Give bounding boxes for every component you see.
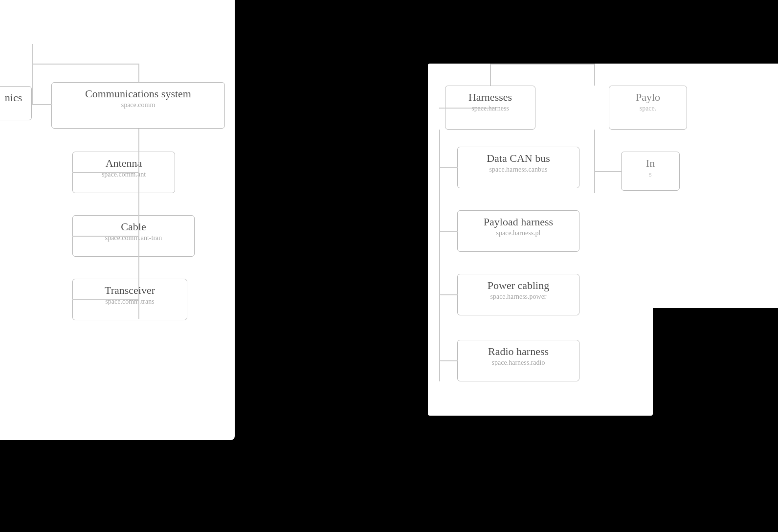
data-can-bus-sublabel: space.harness.canbus	[466, 166, 571, 174]
comm-vertical-connector	[138, 129, 139, 319]
radio-harness-label: Radio harness	[466, 345, 571, 358]
cable-label: Cable	[81, 221, 186, 233]
parent-to-comm-connector	[138, 64, 139, 82]
power-cabling-label: Power cabling	[466, 279, 571, 292]
to-cable-connector	[72, 236, 139, 237]
to-antenna-connector	[72, 172, 139, 173]
comm-system-label: Communications system	[60, 88, 217, 100]
to-transceiver-connector	[72, 299, 139, 300]
radio-harness-sublabel: space.harness.radio	[466, 359, 571, 367]
harnesses-label: Harnesses	[453, 91, 527, 104]
to-power-cabling-connector	[439, 294, 458, 295]
nics-to-comm-connector	[32, 104, 52, 105]
to-radio-harness-connector	[439, 360, 458, 361]
payload-harness-label: Payload harness	[466, 216, 571, 228]
top-horizontal-connector	[32, 64, 139, 65]
far-right-top-vertical	[594, 64, 595, 86]
to-canbus-connector	[439, 167, 458, 168]
in-label: In	[629, 157, 671, 170]
parent-to-harnesses-connector	[490, 64, 491, 86]
top-left-vertical-connector	[32, 44, 33, 104]
payload-harness-node: Payload harness space.harness.pl	[457, 210, 579, 252]
nics-label: nics	[3, 91, 23, 104]
transceiver-label: Transceiver	[81, 284, 179, 297]
far-right-trunk	[594, 130, 595, 193]
data-can-bus-node: Data CAN bus space.harness.canbus	[457, 147, 579, 188]
in-sublabel: s	[629, 171, 671, 178]
harnesses-h-connector	[439, 108, 495, 109]
payload-label: Paylo	[617, 91, 679, 104]
data-can-bus-label: Data CAN bus	[466, 152, 571, 165]
top-right-horizontal-connector	[490, 64, 595, 65]
nics-node: nics	[0, 86, 32, 120]
harnesses-sublabel: space.harness	[453, 105, 527, 112]
payload-node-partial: Paylo space.	[609, 86, 687, 130]
in-node-partial: In s	[621, 152, 680, 191]
radio-harness-node: Radio harness space.harness.radio	[457, 340, 579, 381]
payload-sublabel: space.	[617, 105, 679, 112]
payload-harness-sublabel: space.harness.pl	[466, 229, 571, 237]
comm-system-sublabel: space.comm	[60, 101, 217, 109]
to-payload-harness-connector	[439, 231, 458, 232]
to-in-node-connector	[594, 171, 622, 172]
antenna-label: Antenna	[81, 157, 167, 170]
power-cabling-node: Power cabling space.harness.power	[457, 274, 579, 315]
power-cabling-sublabel: space.harness.power	[466, 293, 571, 301]
comm-system-node: Communications system space.comm	[51, 82, 225, 129]
